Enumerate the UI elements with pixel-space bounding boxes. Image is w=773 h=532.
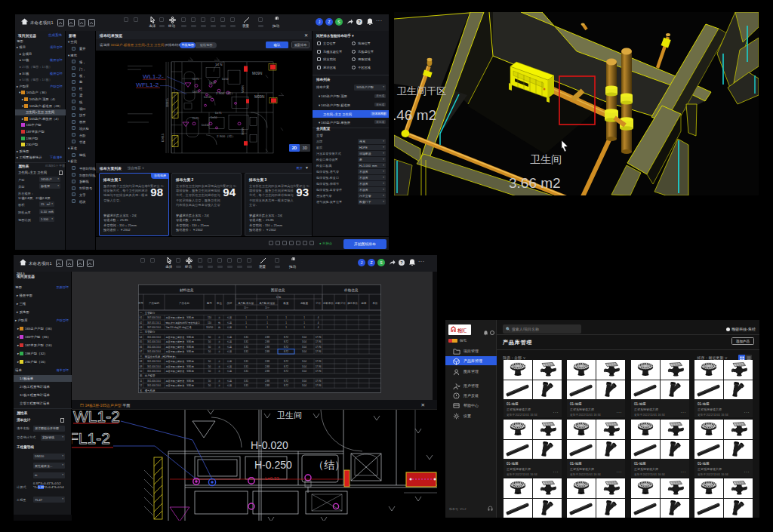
svg-text:50: 50 [208, 365, 211, 368]
svg-text:06: 06 [140, 346, 143, 349]
svg-text:伟克: 伟克 [227, 360, 233, 363]
svg-text:1: 1 [285, 326, 287, 329]
svg-text:361.000.16.0: 361.000.16.0 [147, 340, 161, 343]
svg-text:10个: 10个 [244, 306, 248, 309]
svg-text:3.04: 3.04 [302, 384, 306, 387]
svg-text:2.88: 2.88 [265, 336, 269, 339]
svg-text:（结）: （结） [313, 459, 345, 471]
svg-text:10: 10 [140, 370, 143, 373]
svg-text:361.000.16.0: 361.000.16.0 [147, 384, 161, 387]
svg-text:110: 110 [208, 321, 211, 324]
svg-text:税率: 税率 [362, 302, 367, 305]
svg-text:伟克: 伟克 [227, 340, 233, 343]
svg-text:361.000.16.0: 361.000.16.0 [147, 346, 161, 349]
svg-text:Y型120 deg(45 deg)三通: Y型120 deg(45 deg)三通 [166, 325, 192, 329]
svg-text:14 N: 14 N [215, 63, 222, 67]
svg-text:米: 米 [218, 365, 220, 368]
svg-text:卫生间: 卫生间 [276, 411, 302, 420]
svg-text:50: 50 [208, 384, 211, 387]
svg-text:361.000.16.0: 361.000.16.0 [147, 370, 161, 373]
svg-text:8.72: 8.72 [284, 360, 288, 363]
svg-text:3.31: 3.31 [244, 384, 248, 387]
svg-text:卫生间干区: 卫生间干区 [397, 85, 446, 97]
svg-text:361.000.16.0: 361.000.16.0 [147, 365, 161, 368]
svg-text:3.31: 3.31 [244, 336, 248, 339]
svg-text:米: 米 [218, 384, 220, 387]
svg-text:M09N: M09N [254, 95, 265, 99]
svg-text:2.88: 2.88 [265, 380, 269, 383]
svg-text:17.96: 17.96 [316, 365, 322, 368]
svg-text:12: 12 [140, 384, 143, 387]
svg-text:3.31: 3.31 [244, 350, 248, 353]
svg-text:五、通气系统: 五、通气系统 [140, 389, 156, 392]
svg-text:一、立管部分: 一、立管部分 [140, 311, 156, 315]
svg-text:De50: De50 [222, 78, 228, 81]
svg-text:产品编码: 产品编码 [149, 301, 159, 305]
svg-text:8.72: 8.72 [284, 384, 288, 387]
svg-text:3.04: 3.04 [302, 350, 306, 353]
svg-text:17.96: 17.96 [316, 336, 322, 339]
svg-text:FL1-2: FL1-2 [72, 429, 110, 447]
svg-text:1: 1 [303, 326, 305, 329]
svg-text:3.04: 3.04 [302, 370, 306, 373]
svg-text:1: 1 [303, 321, 305, 324]
svg-text:367.000.16.0: 367.000.16.0 [147, 326, 161, 329]
svg-text:De75: De75 [192, 91, 199, 94]
svg-text:17.96: 17.96 [316, 350, 322, 353]
svg-text:8.72: 8.72 [284, 346, 288, 349]
svg-text:367.000.16.0: 367.000.16.0 [147, 316, 161, 319]
svg-text:材料单价: 材料单价 [322, 302, 334, 305]
svg-text:D0915: D0915 [166, 99, 169, 107]
svg-text:03: 03 [140, 326, 143, 329]
svg-text:伟克: 伟克 [227, 365, 233, 368]
svg-text:四、出户横管: 四、出户横管 [140, 374, 156, 377]
svg-text:50: 50 [208, 350, 211, 353]
svg-text:1: 1 [285, 321, 287, 324]
svg-text:3.31: 3.31 [244, 340, 248, 343]
svg-text:1: 1 [303, 316, 305, 319]
svg-text:8.72: 8.72 [284, 350, 288, 353]
svg-text:De75: De75 [192, 117, 199, 120]
svg-text:WL1-2-: WL1-2- [143, 74, 164, 81]
svg-text:3.04: 3.04 [302, 336, 306, 339]
svg-text:3.31: 3.31 [244, 365, 248, 368]
svg-text:M08N: M08N [242, 128, 245, 135]
svg-text:A户型-单街层: A户型-单街层 [239, 301, 254, 305]
svg-text:高密度聚乙烯管道，SML铸: 高密度聚乙烯管道，SML铸 [166, 340, 194, 343]
svg-text:H-0.020: H-0.020 [251, 439, 288, 451]
svg-text:伟克: 伟克 [227, 316, 233, 319]
svg-text:数量: 数量 [283, 302, 289, 305]
svg-text:高密度聚乙烯管道，SML铸: 高密度聚乙烯管道，SML铸 [166, 384, 194, 387]
svg-text:50: 50 [208, 380, 211, 383]
svg-text:3.04: 3.04 [302, 340, 306, 343]
svg-text:09: 09 [140, 365, 143, 368]
svg-text:M09N: M09N [252, 72, 263, 75]
svg-text:材料小计: 材料小计 [334, 301, 346, 305]
svg-text:4: 4 [318, 326, 319, 329]
svg-text:M08N: M08N [242, 85, 245, 93]
svg-text:米: 米 [218, 340, 220, 343]
svg-text:总数量: 总数量 [300, 302, 309, 305]
svg-text:高密度聚乙烯管道，SML铸: 高密度聚乙烯管道，SML铸 [166, 350, 194, 353]
svg-text:3.04: 3.04 [302, 360, 306, 363]
svg-text:361.000.16.0: 361.000.16.0 [147, 380, 161, 383]
svg-text:1: 1 [245, 321, 247, 324]
svg-text:01: 01 [140, 316, 143, 319]
svg-text:三、同层排水系统（HDPE材质）: 三、同层排水系统（HDPE材质） [140, 355, 177, 358]
svg-text:3.31: 3.31 [244, 380, 248, 383]
svg-text:伟克: 伟克 [227, 380, 233, 383]
svg-text:17.96: 17.96 [316, 360, 322, 363]
svg-text:3.31: 3.31 [244, 370, 248, 373]
svg-text:高密度聚乙烯管道，SML铸: 高密度聚乙烯管道，SML铸 [166, 346, 194, 349]
svg-text:高密度聚乙烯管道，SML铸: 高密度聚乙烯管道，SML铸 [166, 365, 194, 368]
svg-text:产品名称: 产品名称 [179, 302, 189, 305]
svg-text:361.000.16.0: 361.000.16.0 [147, 336, 161, 339]
svg-text:367.451.16.1: 367.451.16.1 [147, 321, 161, 324]
svg-text:1: 1 [245, 326, 247, 329]
svg-text:4: 4 [318, 321, 319, 324]
svg-text:50: 50 [208, 360, 211, 363]
svg-text:单位: 单位 [217, 302, 222, 305]
svg-text:WL1-2: WL1-2 [73, 410, 120, 425]
svg-text:1: 1 [285, 316, 287, 319]
svg-text:高密度聚乙烯管道，SML铸: 高密度聚乙烯管道，SML铸 [166, 316, 194, 319]
